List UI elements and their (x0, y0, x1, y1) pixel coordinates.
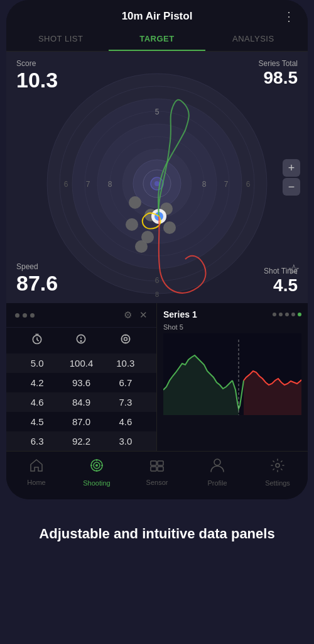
svg-point-49 (214, 459, 220, 465)
svg-text:6: 6 (246, 180, 251, 189)
svg-rect-46 (158, 461, 163, 465)
zoom-in-button[interactable]: + (283, 159, 300, 177)
shot-label: Shot 5 (163, 323, 301, 331)
svg-text:6: 6 (64, 180, 68, 189)
svg-point-22 (126, 218, 138, 231)
shooting-icon (89, 458, 104, 477)
series-panel: Series 1 Shot 5 (157, 303, 308, 451)
cell-speed: 87.0 (59, 416, 103, 427)
series-header: Series 1 (163, 309, 301, 319)
cell-score: 3.0 (104, 436, 148, 447)
svg-text:6: 6 (155, 276, 160, 285)
zoom-controls: + − (283, 159, 300, 196)
nav-label-shooting: Shooting (83, 479, 110, 487)
shot-rows: 5.0 100.4 10.3 4.2 93.6 6.7 4.6 84.9 7.3 (6, 353, 156, 451)
cell-time: 4.6 (15, 397, 59, 408)
speed-value: 87.6 (16, 271, 58, 296)
svg-text:7: 7 (86, 180, 90, 189)
series-dot-3 (285, 313, 289, 316)
score-col-icon (104, 333, 148, 348)
score-overlay: Score 10.3 (16, 59, 58, 92)
nav-label-home: Home (27, 479, 45, 486)
cell-score: 10.3 (104, 358, 148, 369)
cell-time: 4.2 (15, 377, 59, 388)
table-row: 6.3 92.2 3.0 (6, 431, 156, 451)
table-row: 5.0 100.4 10.3 (6, 353, 156, 373)
svg-text:8: 8 (108, 180, 112, 189)
series-dot-5 (298, 313, 301, 316)
shot-list-panel: ⚙ ✕ (6, 303, 157, 451)
panel-dots (15, 313, 35, 318)
nav-item-home[interactable]: Home (18, 458, 55, 486)
series-dot-4 (291, 313, 295, 316)
menu-button[interactable]: ⋮ (283, 9, 295, 24)
speed-overlay: Speed 87.6 (16, 262, 58, 296)
nav-label-sensor: Sensor (146, 479, 168, 486)
description-section: Adjustable and intuitive data panels (0, 499, 314, 569)
cell-score: 7.3 (104, 397, 148, 408)
nav-item-settings[interactable]: Settings (259, 458, 296, 487)
score-label: Score (16, 59, 58, 68)
time-col-icon (15, 333, 59, 348)
tab-shot-list[interactable]: SHOT LIST (13, 28, 109, 51)
series-dots (273, 313, 301, 316)
table-row: 4.6 84.9 7.3 (6, 392, 156, 412)
dot-1 (15, 313, 19, 318)
series-total-value: 98.5 (259, 68, 298, 88)
svg-rect-45 (151, 461, 156, 465)
svg-point-50 (276, 464, 279, 467)
chart-container (163, 333, 301, 415)
svg-point-33 (81, 341, 82, 342)
svg-rect-47 (151, 467, 156, 471)
cell-score: 6.7 (104, 377, 148, 388)
description-text: Adjustable and intuitive data panels (19, 525, 295, 544)
svg-text:8: 8 (155, 291, 159, 298)
svg-text:7: 7 (224, 180, 229, 189)
nav-label-settings: Settings (265, 479, 290, 487)
nav-item-profile[interactable]: Profile (198, 458, 236, 487)
svg-text:8: 8 (202, 180, 207, 189)
nav-bar: Home Shooting (6, 451, 308, 499)
series-dot-1 (273, 313, 276, 316)
nav-label-profile: Profile (207, 479, 227, 487)
svg-point-26 (135, 240, 148, 253)
svg-point-40 (95, 464, 98, 467)
svg-point-25 (163, 221, 176, 234)
filter-icon[interactable]: ⚙ (124, 309, 132, 321)
dot-2 (23, 313, 27, 318)
score-value: 10.3 (16, 68, 58, 92)
sensor-icon (149, 458, 165, 476)
svg-point-11 (154, 181, 160, 186)
close-icon[interactable]: ✕ (139, 309, 148, 321)
tab-target[interactable]: TARGET (109, 28, 205, 51)
panel-actions: ⚙ ✕ (124, 309, 148, 321)
series-total-label: Series Total (259, 59, 298, 68)
cell-speed: 93.6 (59, 377, 103, 388)
nav-item-shooting[interactable]: Shooting (78, 458, 116, 487)
cell-time: 6.3 (15, 436, 59, 447)
favorite-button[interactable]: ☆ (288, 262, 300, 278)
bottom-panel: ⚙ ✕ (6, 303, 308, 451)
nav-item-sensor[interactable]: Sensor (138, 458, 176, 486)
cell-time: 4.5 (15, 416, 59, 427)
cell-speed: 100.4 (59, 358, 103, 369)
tab-analysis[interactable]: ANALYSIS (205, 28, 301, 51)
zoom-out-button[interactable]: − (283, 178, 300, 196)
target-area: Score 10.3 Series Total 98.5 (6, 52, 308, 303)
series-dot-2 (279, 313, 283, 316)
table-row: 4.2 93.6 6.7 (6, 373, 156, 392)
series-title: Series 1 (163, 309, 197, 319)
speed-col-icon (59, 333, 103, 348)
page-title: 10m Air Pistol (122, 10, 193, 23)
cell-time: 5.0 (15, 358, 59, 369)
panel-header: ⚙ ✕ (6, 303, 156, 328)
shot-time-value: 4.5 (264, 275, 298, 296)
cell-speed: 92.2 (59, 436, 103, 447)
speed-label: Speed (16, 262, 58, 271)
profile-icon (210, 458, 224, 477)
series-total-overlay: Series Total 98.5 (259, 59, 298, 88)
svg-point-35 (124, 338, 127, 341)
dot-3 (30, 313, 35, 318)
cell-score: 4.6 (104, 416, 148, 427)
chart-svg (163, 333, 301, 415)
